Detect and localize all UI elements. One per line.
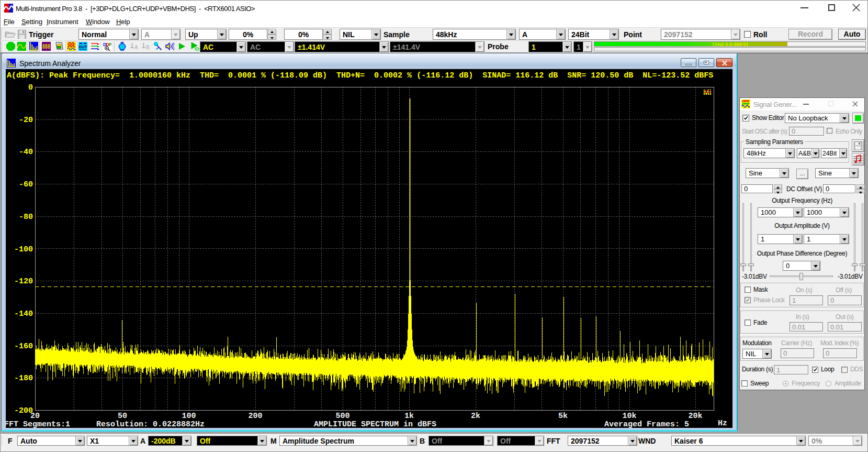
svg-text:100: 100: [182, 412, 196, 421]
svg-text:500: 500: [335, 412, 350, 421]
svg-text:Hz: Hz: [718, 419, 727, 428]
svg-text:A: A: [134, 45, 138, 50]
svg-text:20: 20: [30, 412, 40, 421]
svg-text:0: 0: [28, 83, 33, 92]
svg-text:-140: -140: [14, 310, 33, 318]
svg-text:-180: -180: [14, 374, 33, 383]
svg-text:20k: 20k: [688, 412, 702, 421]
svg-text:10k: 10k: [622, 412, 636, 421]
svg-text:2k: 2k: [471, 412, 480, 421]
svg-text:AMPLITUDE SPECTRUM in dBFS: AMPLITUDE SPECTRUM in dBFS: [314, 420, 436, 428]
svg-text:-160: -160: [14, 342, 33, 351]
svg-text:50: 50: [118, 412, 127, 421]
svg-text:888: 888: [42, 43, 50, 51]
svg-text:5k: 5k: [558, 412, 568, 421]
svg-text:-120: -120: [14, 277, 33, 286]
svg-text:-60: -60: [19, 180, 33, 189]
svg-text:FFT Segments:1: FFT Segments:1: [6, 420, 70, 428]
svg-text:-40: -40: [19, 148, 33, 157]
svg-text:1k: 1k: [404, 412, 414, 421]
svg-text:DUT: DUT: [78, 45, 87, 49]
svg-text:-100: -100: [14, 245, 33, 254]
svg-text:-20: -20: [19, 116, 33, 125]
svg-text:B: B: [146, 45, 150, 50]
svg-text:200: 200: [248, 412, 262, 421]
svg-text:A(dBFS): Peak Frequency= 1.00: A(dBFS): Peak Frequency= 1.0000160 kHz T…: [7, 71, 713, 80]
svg-text:Resolution: 0.0228882Hz: Resolution: 0.0228882Hz: [96, 420, 205, 428]
svg-text:-80: -80: [19, 213, 33, 222]
svg-text:Averaged Frames: 5: Averaged Frames: 5: [604, 420, 689, 428]
svg-text:P: P: [109, 42, 111, 47]
